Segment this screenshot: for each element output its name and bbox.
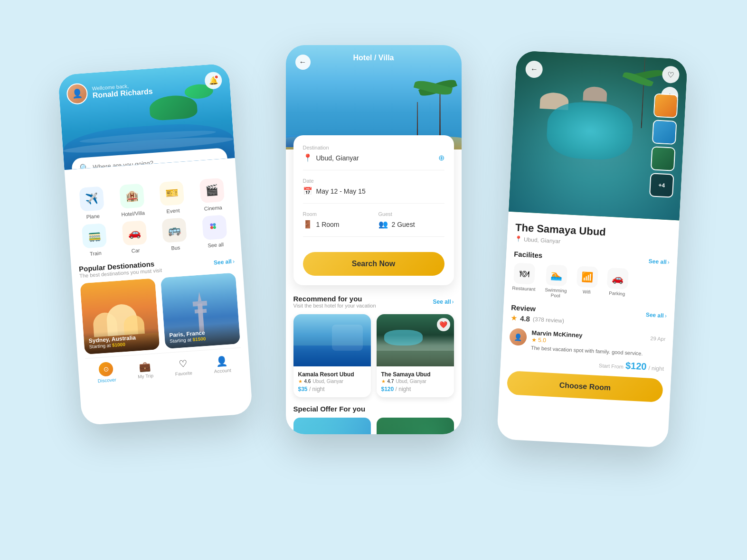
nav-account[interactable]: 👤 Account: [213, 355, 231, 374]
pool-label: SwimmingPool: [544, 287, 567, 299]
recommend-cards: Kamala Resort Ubud ★ 4.6 Ubud, Gianyar $…: [293, 314, 454, 397]
chevron-right-facilities: ›: [667, 259, 670, 265]
thumb-2[interactable]: [652, 120, 677, 145]
room-value: 1 Room: [316, 221, 340, 228]
screens-container: 👤 Wellcome back, Ronald Richards 🔔 🔍: [41, 31, 706, 529]
recommend-see-all[interactable]: See all ›: [433, 299, 454, 305]
start-from-label: Start From: [598, 363, 624, 370]
special-card-1[interactable]: [293, 418, 371, 434]
kamala-image: [293, 314, 371, 366]
thumb-1[interactable]: [653, 93, 678, 118]
kamala-rating-row: ★ 4.6 Ubud, Gianyar: [298, 379, 366, 384]
avatar: 👤: [66, 83, 88, 105]
rec-card-kamala[interactable]: Kamala Resort Ubud ★ 4.6 Ubud, Gianyar $…: [293, 314, 371, 397]
thumbnail-strip: +4: [649, 93, 678, 197]
wifi-label: Wifi: [582, 289, 590, 295]
parking-label: Parking: [609, 290, 625, 297]
room-guest-row: Room 🚪 1 Room Guest 👥 2 Guest: [303, 211, 444, 229]
facilities-see-all[interactable]: See all ›: [648, 258, 670, 265]
car-icon-box: 🚗: [122, 220, 147, 245]
destination-paris[interactable]: Paris, France Starting at $1500: [160, 272, 240, 349]
facilities-see-all-text: See all: [648, 258, 667, 265]
rec-card-samaya[interactable]: ❤️ The Samaya Ubud ★ 4.7 Ubud, Gianyar $…: [377, 314, 454, 397]
plane-icon: ✈️: [85, 192, 98, 205]
bus-label: Bus: [170, 244, 180, 251]
category-car[interactable]: 🚗 Car: [116, 220, 153, 254]
sydney-overlay: Sydney, Australia Starting at $1000: [83, 328, 160, 355]
destination-sydney[interactable]: Sydney, Australia Starting at $1000: [80, 278, 160, 355]
price-cta-section: Start From $120 / night Choose Room: [506, 354, 664, 402]
nav-favorite[interactable]: ♡ Favorite: [174, 357, 192, 376]
nav-discover[interactable]: ⊙ Discover: [96, 362, 116, 384]
date-value-row[interactable]: 📅 May 12 - May 15: [303, 187, 444, 196]
facility-parking[interactable]: 🚗 Parking: [606, 268, 629, 302]
choose-room-button[interactable]: Choose Room: [506, 371, 663, 402]
room-value-row[interactable]: 🚪 1 Room: [303, 220, 369, 229]
reviewer-avatar: 👤: [509, 328, 527, 346]
review-see-all[interactable]: See all ›: [645, 311, 667, 319]
my-trip-icon: 💼: [138, 360, 151, 373]
search-now-label: Search Now: [352, 260, 396, 268]
favorite-label: Favorite: [175, 370, 192, 376]
star-icon: ★: [298, 379, 303, 384]
category-bus[interactable]: 🚌 Bus: [156, 217, 193, 252]
event-label: Event: [166, 207, 180, 214]
facility-wifi[interactable]: 📶 Wifi: [576, 266, 598, 300]
destination-value: Ubud, Gianyar: [316, 154, 359, 162]
notification-dot: [214, 75, 219, 80]
favorite-icon: ♡: [178, 358, 188, 370]
review-title: Review: [511, 303, 536, 313]
search-now-button[interactable]: Search Now: [303, 252, 444, 276]
event-icon-box: 🎫: [159, 181, 184, 206]
calendar-icon: 📅: [303, 187, 312, 196]
paris-overlay: Paris, France Starting at $1500: [164, 322, 240, 349]
guest-value-row[interactable]: 👥 2 Guest: [378, 220, 444, 229]
hotel-icon: 🏨: [125, 189, 139, 203]
recommend-sub: Visit the best hotel for your vacation: [293, 303, 376, 308]
phone-right: ← ♡ ↑ +4: [496, 50, 687, 448]
category-event[interactable]: 🎫 Event: [153, 180, 190, 215]
guest-field: Guest 👥 2 Guest: [378, 211, 444, 229]
facility-pool[interactable]: 🏊 SwimmingPool: [544, 264, 568, 299]
thumb-3[interactable]: [650, 146, 675, 171]
kamala-price: $35 / night: [298, 386, 366, 392]
room-label: Room: [303, 211, 369, 217]
hotel-icon-box: 🏨: [119, 184, 144, 209]
event-icon: 🎫: [165, 187, 179, 200]
svg-point-3: [213, 226, 216, 229]
category-train[interactable]: 🚃 Train: [76, 223, 113, 257]
room-guest-field: Room 🚪 1 Room Guest 👥 2 Guest: [303, 211, 444, 237]
category-plane[interactable]: ✈️ Plane: [73, 186, 111, 221]
account-label: Account: [214, 368, 231, 374]
special-card-2[interactable]: [377, 418, 454, 434]
rating-count: (378 review): [532, 316, 564, 324]
kamala-location: Ubud, Gianyar: [312, 379, 343, 384]
hotel-label: Hotel/Villa: [121, 210, 145, 217]
dots-grid-icon: [208, 221, 220, 233]
location-pin-icon: 📍: [303, 153, 312, 162]
phone-left: 👤 Wellcome back, Ronald Richards 🔔 🔍: [57, 63, 253, 425]
see-all-label: See all: [207, 242, 223, 248]
see-all-popular[interactable]: See all ›: [213, 258, 235, 266]
popular-title-block: Popular Destionations The best destinati…: [78, 259, 162, 279]
thumb-more-count[interactable]: +4: [649, 173, 674, 198]
restaurant-label: Restaurant: [512, 285, 535, 292]
nav-my-trip[interactable]: 💼 My Trip: [136, 360, 153, 379]
reviewer-block: 👤 Marvin McKinney ★ 5.0 29 Apr The bes: [509, 328, 665, 358]
plane-icon-box: ✈️: [79, 186, 104, 211]
heart-icon[interactable]: ❤️: [437, 318, 450, 331]
category-see-all[interactable]: See all: [196, 215, 233, 249]
welcome-block: Wellcome back, Ronald Richards: [92, 82, 153, 100]
category-cinema[interactable]: 🎬 Cinema: [193, 177, 231, 212]
svg-point-2: [210, 226, 213, 229]
category-hotel[interactable]: 🏨 Hotel/Villa: [113, 183, 151, 218]
samaya-name: The Samaya Ubud: [381, 371, 449, 378]
heart-action-button[interactable]: ♡: [662, 65, 680, 84]
destinations-list: Sydney, Australia Starting at $1000: [80, 272, 240, 355]
bus-icon: 🚌: [167, 224, 181, 237]
chevron-right-recommend: ›: [452, 299, 454, 305]
facility-restaurant[interactable]: 🍽 Restaurant: [511, 262, 537, 297]
destination-value-row[interactable]: 📍 Ubud, Gianyar ⊕: [303, 153, 444, 162]
center-back-button[interactable]: ←: [295, 55, 311, 70]
samaya-location: Ubud, Gianyar: [396, 379, 426, 384]
